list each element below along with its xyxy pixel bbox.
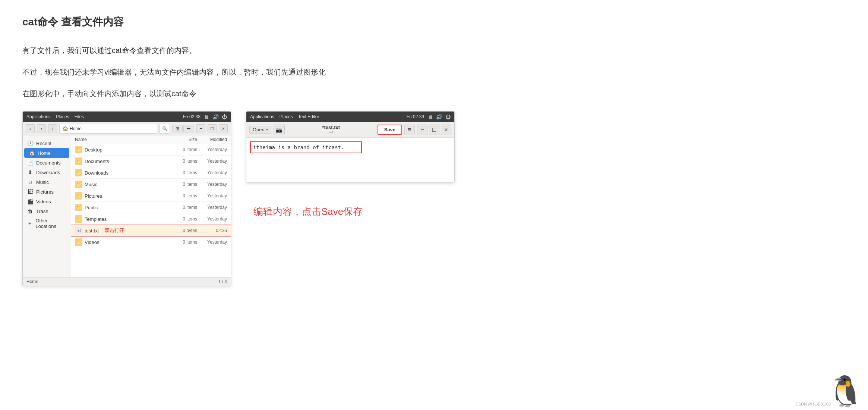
file-size: 0 items	[171, 170, 197, 175]
editor-menu-button[interactable]: ≡	[404, 125, 415, 135]
fm-forward-button[interactable]: ›	[37, 124, 46, 133]
screenshots-container: Applications Places Files Fri 02:38 🖥 🔊 …	[22, 111, 846, 286]
fm-menu-bar[interactable]: Applications Places Files	[26, 114, 84, 119]
file-name: test.txt	[85, 228, 99, 234]
sidebar-item-documents[interactable]: 📄 Documents	[23, 158, 71, 168]
file-modified: Yesterday	[197, 170, 227, 175]
editor-annotation: 编辑内容，点击Save保存	[253, 205, 455, 218]
sidebar-item-videos[interactable]: 🎬 Videos	[23, 197, 71, 206]
fm-time: Fri 02:38	[183, 114, 201, 119]
table-row[interactable]: 📁Pictures 0 items Yesterday	[71, 190, 231, 202]
fm-close-button[interactable]: ×	[219, 124, 228, 133]
editor-content-area[interactable]: itheima is a brand of itcast.	[246, 138, 454, 182]
editor-minimize-button[interactable]: −	[417, 125, 427, 135]
fm-menu-files[interactable]: Files	[75, 114, 84, 119]
file-modified: Yesterday	[197, 205, 227, 210]
fm-location-bar[interactable]: 🏠 Home	[59, 124, 157, 134]
col-header-modified: Modified	[197, 137, 227, 142]
fm-list-view-button[interactable]: ☰	[183, 125, 194, 132]
file-modified: 02:36	[197, 228, 227, 233]
sidebar-label-trash: Trash	[36, 209, 48, 214]
camera-button[interactable]: 📷	[274, 125, 285, 135]
fm-status-page: 1 / 4	[218, 279, 227, 284]
fm-titlebar: Applications Places Files Fri 02:38 🖥 🔊 …	[23, 112, 231, 122]
watermark: CSDN @长乐01:08	[795, 401, 831, 407]
fm-search-button[interactable]: 🔍	[160, 124, 170, 134]
editor-menu-places[interactable]: Places	[280, 114, 293, 119]
editor-menu-bar[interactable]: Applications Places Text Editor	[250, 114, 319, 119]
folder-icon: 📁	[75, 181, 82, 188]
file-size: 0 items	[171, 193, 197, 198]
file-name: Documents	[85, 159, 109, 164]
fm-restore-button[interactable]: □	[208, 124, 217, 133]
editor-sound-icon: 🔊	[436, 114, 442, 120]
sidebar-item-downloads[interactable]: ⬇ Downloads	[23, 168, 71, 177]
table-row[interactable]: 📁Templates 0 items Yesterday	[71, 213, 231, 225]
sidebar-item-trash[interactable]: 🗑 Trash	[23, 206, 71, 216]
fm-menu-places[interactable]: Places	[56, 114, 69, 119]
fm-power-icon[interactable]: ⏻	[222, 114, 227, 120]
table-row[interactable]: 📁Public 0 items Yesterday	[71, 202, 231, 213]
editor-file-title-area: *test.txt ~/	[287, 125, 375, 135]
sidebar-item-recent[interactable]: 🕐 Recent	[23, 138, 71, 148]
editor-time: Fri 02:39	[407, 114, 424, 119]
open-label: Open	[253, 127, 265, 132]
table-row[interactable]: 📁Videos 0 items Yesterday	[71, 237, 231, 248]
fm-filelist-header: Name Size Modified	[71, 135, 231, 144]
editor-menu-editor[interactable]: Text Editor	[298, 114, 319, 119]
file-modified: Yesterday	[197, 193, 227, 198]
editor-titlebar: Applications Places Text Editor Fri 02:3…	[246, 112, 454, 122]
sidebar-label-music: Music	[36, 179, 49, 185]
fm-up-button[interactable]: ↑	[48, 124, 57, 133]
folder-icon: 📁	[75, 146, 82, 153]
editor-power-icon[interactable]: ⏻	[445, 114, 451, 120]
editor-menu-applications[interactable]: Applications	[250, 114, 274, 119]
sidebar-item-home[interactable]: 🏠 Home	[24, 148, 69, 158]
file-size: 0 items	[171, 147, 197, 152]
file-modified: Yesterday	[197, 159, 227, 164]
table-row[interactable]: 📁Downloads 0 items Yesterday	[71, 167, 231, 179]
folder-icon: 📁	[75, 238, 82, 246]
mascot: 🐧	[827, 376, 864, 406]
table-row[interactable]: 📁Desktop 0 items Yesterday	[71, 144, 231, 156]
fm-location-icon: 🏠	[63, 126, 68, 131]
fm-toolbar: ‹ › ↑ 🏠 Home 🔍 ⊞ ☰ − □ ×	[23, 122, 231, 135]
sidebar-label-videos: Videos	[36, 199, 51, 204]
fm-minimize-button[interactable]: −	[196, 124, 205, 133]
fm-back-button[interactable]: ‹	[26, 124, 35, 133]
fm-grid-view-button[interactable]: ⊞	[172, 125, 183, 132]
other-locations-icon: +	[27, 220, 32, 226]
fm-sidebar: 🕐 Recent 🏠 Home 📄 Documents ⬇ Downloads …	[23, 135, 71, 277]
editor-restore-button[interactable]: □	[429, 125, 439, 135]
editor-toolbar: Open ▾ 📷 *test.txt ~/ Save ≡ − □ ×	[246, 122, 454, 138]
body-text-3: 在图形化中，手动向文件内添加内容，以测试cat命令	[22, 87, 846, 100]
save-button[interactable]: Save	[378, 125, 402, 135]
table-row[interactable]: 📁Documents 0 items Yesterday	[71, 156, 231, 167]
editor-text-content: itheima is a brand of itcast.	[250, 141, 362, 153]
fm-menu-applications[interactable]: Applications	[26, 114, 51, 119]
fm-network-icon: 🖥	[204, 114, 209, 120]
editor-titlebar-right: Fri 02:39 🖥 🔊 ⏻	[407, 114, 451, 120]
file-size: 0 items	[171, 182, 197, 187]
fm-view-buttons: ⊞ ☰	[172, 125, 194, 132]
sidebar-item-music[interactable]: ♫ Music	[23, 177, 71, 187]
editor-file-title: *test.txt	[287, 125, 375, 130]
sidebar-label-home: Home	[38, 150, 51, 156]
sidebar-item-other-locations[interactable]: + Other Locations	[23, 216, 71, 231]
table-row[interactable]: 📁Music 0 items Yesterday	[71, 179, 231, 190]
folder-icon: 📁	[75, 215, 82, 223]
file-size: 0 items	[171, 216, 197, 222]
downloads-icon: ⬇	[27, 169, 33, 175]
fm-titlebar-controls: 🖥 🔊 ⏻	[204, 114, 227, 120]
table-row[interactable]: txt test.txt 双击打开 0 bytes 02:36	[71, 225, 231, 237]
sidebar-label-documents: Documents	[36, 160, 61, 166]
editor-close-button[interactable]: ×	[441, 125, 451, 135]
file-modified: Yesterday	[197, 240, 227, 245]
sidebar-item-pictures[interactable]: 🖼 Pictures	[23, 187, 71, 197]
folder-icon: 📁	[75, 169, 82, 176]
documents-icon: 📄	[27, 160, 33, 166]
open-button[interactable]: Open ▾	[249, 126, 271, 134]
fm-filelist: Name Size Modified 📁Desktop 0 items Yest…	[71, 135, 231, 277]
file-name: Public	[85, 205, 98, 210]
trash-icon: 🗑	[27, 208, 33, 214]
